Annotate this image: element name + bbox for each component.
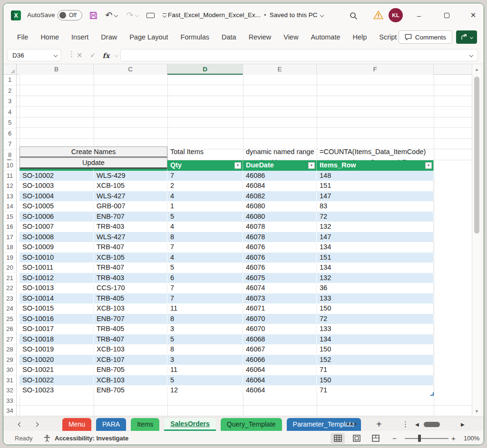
row-header-1[interactable]: 1 [3,75,17,86]
formula-input[interactable] [120,49,478,61]
row-header-26[interactable]: 26 [3,324,17,334]
vertical-scrollbar[interactable]: ▲ ▼ [472,64,481,417]
next-sheet-button[interactable] [33,421,39,428]
accessibility-status[interactable]: Accessibility: Investigate [43,435,128,442]
table-cell[interactable]: SO-10019 [19,344,94,355]
ribbon-tab-formulas[interactable]: Formulas [175,28,215,46]
table-cell[interactable]: 46076 [243,253,317,263]
table-cell[interactable]: SO-10014 [19,293,94,304]
table-cell[interactable]: 46082 [243,191,317,202]
row-header-22[interactable]: 22 [3,283,17,293]
row-header-20[interactable]: 20 [3,263,17,273]
table-cell[interactable]: SO-10015 [19,303,94,314]
table-cell[interactable]: 133 [317,293,434,304]
row-header-16[interactable]: 16 [3,222,17,232]
column-header-F[interactable]: F [317,64,434,75]
scrollbar-thumb[interactable] [474,77,479,234]
table-cell[interactable]: 5 [167,334,243,345]
ribbon-tab-help[interactable]: Help [346,28,373,46]
row-header-5[interactable]: 5 [3,117,17,128]
zoom-out-button[interactable]: − [392,434,397,442]
row-header-19[interactable]: 19 [3,253,17,263]
sheet-tab-para[interactable]: PARA [96,418,126,431]
zoom-slider-track[interactable] [405,438,448,439]
row-header-24[interactable]: 24 [3,303,17,314]
table-cell[interactable]: 5 [167,212,243,222]
row-header-13[interactable]: 13 [3,191,17,202]
table-cell[interactable]: 132 [317,273,434,283]
touch-mouse-mode-button[interactable] [144,9,156,21]
sheet-tab-menu[interactable]: Menu [62,418,91,431]
autosave-toggle[interactable]: Off [58,10,82,20]
name-box[interactable]: D36 [7,49,61,61]
table-cell[interactable]: 72 [317,212,434,222]
row-header-7[interactable]: 7 [3,139,17,150]
table-cell[interactable]: 150 [317,303,434,314]
new-sheet-button[interactable]: + [376,417,382,431]
scroll-up-icon[interactable]: ▲ [472,65,481,74]
table-cell[interactable]: 46068 [243,334,317,345]
table-cell[interactable]: 8 [167,314,243,324]
row-header-14[interactable]: 14 [3,201,17,212]
table-cell[interactable]: 46064 [243,375,317,386]
table-cell[interactable]: 5 [167,375,243,386]
update-button[interactable]: Update [19,157,167,169]
table-cell[interactable]: 151 [317,181,434,191]
table-cell[interactable]: 4 [167,191,243,202]
table-cell[interactable]: SO-10004 [19,191,94,202]
ribbon-tab-file[interactable]: File [11,28,34,46]
table-cell[interactable]: SO-10002 [19,171,94,181]
ribbon-tab-insert[interactable]: Insert [65,28,95,46]
account-avatar[interactable]: KL [389,8,403,22]
share-button[interactable] [456,30,477,44]
table-cell[interactable]: SO-10003 [19,181,94,191]
table-cell[interactable]: 46064 [243,385,317,396]
row-header-10[interactable]: 10 [3,160,17,171]
sheet-tab-salesorders[interactable]: SalesOrders [164,418,216,431]
ribbon-tab-home[interactable]: Home [34,28,65,46]
table-cell[interactable]: TRB-407 [94,263,167,273]
maximize-button[interactable] [439,8,454,22]
table-cell[interactable]: 3 [167,355,243,365]
save-button[interactable] [87,9,99,21]
table-cell[interactable]: 11 [167,365,243,375]
table-cell[interactable]: 4 [167,253,243,263]
select-all-corner[interactable] [3,64,17,75]
table-cell[interactable]: 46066 [243,355,317,365]
table-cell[interactable]: SO-10007 [19,222,94,232]
row-header-33[interactable]: 33 [3,396,17,406]
table-cell[interactable]: 134 [317,334,434,345]
table-cell[interactable]: 46086 [243,171,317,181]
table-cell[interactable]: 71 [317,365,434,375]
table-cell[interactable]: 46067 [243,344,317,355]
table-cell[interactable]: SO-10018 [19,334,94,345]
table-cell[interactable]: 46075 [243,273,317,283]
ribbon-tab-draw[interactable]: Draw [95,28,123,46]
row-header-15[interactable]: 15 [3,212,17,222]
normal-view-button[interactable] [331,433,345,444]
table-cell[interactable]: 2 [167,181,243,191]
table-cell[interactable]: 46073 [243,293,317,304]
row-header-27[interactable]: 27 [3,334,17,345]
table-cell[interactable]: SO-10012 [19,273,94,283]
redo-button[interactable]: ↷ [123,9,141,21]
table-cell[interactable]: 150 [317,344,434,355]
cell-d2-total-items[interactable]: Total Items [170,146,204,157]
ribbon-tab-data[interactable]: Data [215,28,243,46]
table-cell[interactable]: SO-10006 [19,212,94,222]
table-cell[interactable]: ENB-705 [94,365,167,375]
sheet-tab-query_template[interactable]: Query_Template [221,418,282,431]
table-cell[interactable]: 12 [167,385,243,396]
table-cell[interactable]: TRB-405 [94,324,167,334]
column-header-C[interactable]: C [94,64,167,75]
ribbon-tab-view[interactable]: View [277,28,304,46]
tab-scrollbar[interactable] [424,417,440,431]
table-cell[interactable]: 134 [317,242,434,253]
table-cell[interactable]: TRB-405 [94,293,167,304]
table-cell[interactable]: WLS-429 [94,171,167,181]
page-layout-view-button[interactable] [350,433,364,444]
table-cell[interactable]: SO-10009 [19,242,94,253]
table-cell[interactable]: 8 [167,232,243,243]
table-cell[interactable]: 46078 [243,232,317,243]
ribbon-tab-automate[interactable]: Automate [304,28,346,46]
